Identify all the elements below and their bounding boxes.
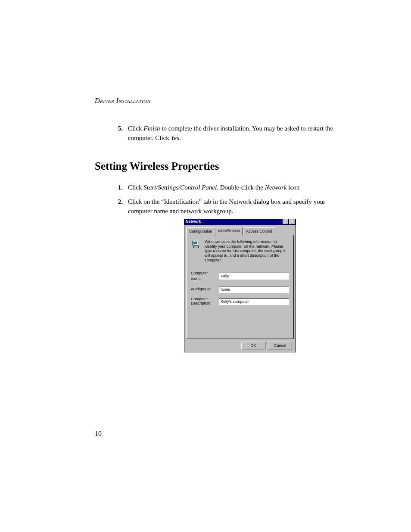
page-number: 10 xyxy=(95,430,102,438)
t: . xyxy=(179,134,181,141)
t: . Double-click the xyxy=(217,184,265,191)
close-button[interactable]: ✕ xyxy=(289,219,295,224)
field-computer-name: Computer name: xyxy=(191,271,289,282)
step-5-number: 5. xyxy=(95,124,128,143)
label-description: Computer Description: xyxy=(191,297,219,306)
yes-em: Yes xyxy=(171,134,179,141)
tab-configuration[interactable]: Configuration xyxy=(186,227,215,236)
dialog-button-row: OK Cancel xyxy=(186,339,294,349)
svg-rect-1 xyxy=(193,242,197,244)
network-dialog: Network ? ✕ Configuration Identification… xyxy=(184,219,296,352)
step-2-text: Click on the “Identification” tab in the… xyxy=(128,197,333,352)
step-1-text: Click Start/Settings/Control Panel. Doub… xyxy=(128,183,333,193)
input-workgroup[interactable] xyxy=(219,286,289,293)
step-2: 2. Click on the “Identification” tab in … xyxy=(95,197,333,352)
info-text: Windows uses the following information t… xyxy=(205,240,289,263)
input-description[interactable] xyxy=(219,298,289,305)
step-2-number: 2. xyxy=(95,197,128,352)
section-header: Driver Installation xyxy=(95,97,333,105)
computer-icon xyxy=(191,240,201,250)
svg-rect-2 xyxy=(194,246,199,248)
finish-em: Finish xyxy=(143,125,160,132)
ok-button[interactable]: OK xyxy=(241,342,265,349)
t: Click xyxy=(128,125,143,132)
step-1: 1. Click Start/Settings/Control Panel. D… xyxy=(95,183,333,193)
step-5: 5. Click Finish to complete the driver i… xyxy=(95,124,333,143)
tab-identification[interactable]: Identification xyxy=(215,227,243,235)
step-2-body: Click on the “Identification” tab in the… xyxy=(128,198,325,215)
t: Click xyxy=(128,184,143,191)
cancel-button[interactable]: Cancel xyxy=(268,342,292,349)
step-1-number: 1. xyxy=(95,183,128,193)
dialog-titlebar: Network ? ✕ xyxy=(184,219,296,225)
help-button[interactable]: ? xyxy=(283,219,289,224)
tab-panel: Windows uses the following information t… xyxy=(186,235,294,339)
tab-access-control[interactable]: Access Control xyxy=(243,227,275,236)
step-5-text: Click Finish to complete the driver inst… xyxy=(128,124,333,143)
tabstrip: Configuration Identification Access Cont… xyxy=(186,227,294,235)
t: icon xyxy=(287,184,300,191)
label-computer-name: Computer name: xyxy=(191,271,219,282)
field-workgroup: Workgroup: xyxy=(191,286,289,293)
heading-setting-wireless: Setting Wireless Properties xyxy=(95,160,333,172)
path-em: Start/Settings/Control Panel xyxy=(143,184,217,191)
input-computer-name[interactable] xyxy=(219,273,289,280)
label-workgroup: Workgroup: xyxy=(191,286,219,292)
info-row: Windows uses the following information t… xyxy=(191,240,289,263)
network-em: Network xyxy=(265,184,287,191)
dialog-title: Network xyxy=(185,219,282,224)
field-description: Computer Description: xyxy=(191,297,289,306)
dialog-body: Configuration Identification Access Cont… xyxy=(184,225,296,352)
